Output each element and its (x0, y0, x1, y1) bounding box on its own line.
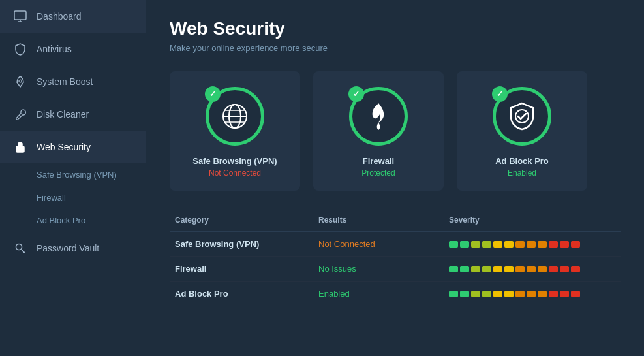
seg (504, 291, 514, 297)
page-title: Web Security (170, 18, 621, 39)
safe-browsing-circle: ✓ (206, 87, 264, 146)
seg (527, 291, 536, 297)
sidebar-item-antivirus-label: Antivirus (37, 44, 72, 54)
results-table: Category Results Severity Safe Browsing … (170, 212, 621, 306)
sidebar-sub-item-ad-block-pro[interactable]: Ad Block Pro (0, 209, 146, 232)
seg (482, 291, 491, 297)
sidebar-sub-item-safe-browsing[interactable]: Safe Browsing (VPN) (0, 163, 146, 186)
row3-result: Enabled (313, 282, 444, 306)
flame-icon (359, 97, 398, 136)
seg (460, 266, 469, 272)
seg (527, 241, 536, 248)
seg (493, 266, 502, 272)
sidebar: Dashboard Antivirus System Boost Disk Cl… (0, 0, 146, 356)
seg (471, 241, 480, 248)
page-subtitle: Make your online experience more secure (170, 43, 621, 53)
seg (493, 241, 502, 248)
sidebar-sub-label-ad-block-pro: Ad Block Pro (37, 216, 85, 225)
sidebar-item-system-boost[interactable]: System Boost (0, 65, 146, 98)
seg (515, 291, 525, 297)
ad-block-status: Enabled (508, 169, 536, 178)
firewall-check: ✓ (348, 86, 364, 102)
seg (460, 241, 469, 248)
seg (538, 241, 547, 248)
ad-block-circle: ✓ (493, 87, 551, 146)
seg (515, 266, 525, 272)
sidebar-item-password-vault-label: Password Vault (37, 243, 99, 253)
firewall-circle: ✓ (349, 87, 408, 146)
shield-check-icon (502, 97, 542, 136)
cards-row: ✓ Safe Browsing (VPN) Not Connected ✓ (170, 71, 621, 191)
safe-browsing-label: Safe Browsing (VPN) (192, 156, 277, 166)
seg (449, 291, 458, 297)
seg (549, 291, 558, 297)
severity-bar-1 (449, 241, 615, 248)
sidebar-sub-item-firewall[interactable]: Firewall (0, 186, 146, 209)
seg (571, 266, 580, 272)
seg (549, 241, 558, 248)
firewall-label: Firewall (363, 156, 394, 166)
row1-severity (444, 232, 621, 257)
seg (571, 241, 580, 248)
row3-category: Ad Block Pro (170, 282, 313, 306)
firewall-status: Protected (361, 169, 395, 178)
sidebar-item-password-vault[interactable]: Password Vault (0, 232, 146, 265)
row3-severity (444, 282, 621, 306)
row2-result: No Issues (313, 257, 444, 282)
seg (504, 266, 514, 272)
safe-browsing-check: ✓ (205, 86, 221, 102)
seg (538, 291, 547, 297)
monitor-icon (13, 9, 27, 24)
shield-icon (13, 42, 27, 56)
row2-severity (444, 257, 621, 282)
row2-category: Firewall (170, 257, 313, 282)
sidebar-sub-label-firewall: Firewall (37, 193, 66, 202)
sidebar-item-web-security[interactable]: Web Security (0, 131, 146, 163)
seg (449, 241, 458, 248)
severity-bar-3 (449, 291, 615, 297)
sidebar-item-web-security-label: Web Security (37, 142, 91, 152)
seg (538, 266, 547, 272)
ad-block-pro-card[interactable]: ✓ Ad Block Pro Enabled (457, 71, 587, 191)
table-row: Ad Block Pro Enabled (170, 282, 621, 306)
sidebar-item-dashboard[interactable]: Dashboard (0, 0, 146, 33)
col-results: Results (313, 212, 444, 232)
sidebar-item-disk-cleaner[interactable]: Disk Cleaner (0, 98, 146, 131)
sidebar-item-disk-cleaner-label: Disk Cleaner (37, 109, 89, 120)
svg-rect-2 (16, 146, 24, 152)
seg (504, 241, 514, 248)
row1-category: Safe Browsing (VPN) (170, 232, 313, 257)
row1-result: Not Connected (313, 232, 444, 257)
seg (560, 241, 569, 248)
sidebar-item-antivirus[interactable]: Antivirus (0, 33, 146, 65)
severity-bar-2 (449, 266, 615, 272)
seg (560, 266, 569, 272)
wrench-icon (13, 107, 27, 121)
seg (482, 241, 491, 248)
safe-browsing-card[interactable]: ✓ Safe Browsing (VPN) Not Connected (170, 71, 300, 191)
sidebar-item-system-boost-label: System Boost (37, 76, 93, 87)
table-row: Firewall No Issues (170, 257, 621, 282)
main-content: Web Security Make your online experience… (146, 0, 644, 356)
sidebar-sub-label-safe-browsing: Safe Browsing (VPN) (37, 170, 117, 180)
seg (471, 266, 480, 272)
seg (549, 266, 558, 272)
firewall-card[interactable]: ✓ Firewall Protected (313, 71, 444, 191)
seg (515, 241, 525, 248)
table-row: Safe Browsing (VPN) Not Connected (170, 232, 621, 257)
rocket-icon (13, 74, 27, 89)
ad-block-check: ✓ (492, 86, 508, 102)
seg (527, 266, 536, 272)
col-severity: Severity (444, 212, 621, 232)
seg (471, 291, 480, 297)
svg-point-3 (16, 244, 22, 250)
seg (449, 266, 458, 272)
seg (560, 291, 569, 297)
seg (482, 266, 491, 272)
col-category: Category (170, 212, 313, 232)
safe-browsing-status: Not Connected (209, 169, 261, 178)
svg-rect-0 (14, 11, 26, 20)
seg (460, 291, 469, 297)
svg-point-1 (19, 80, 22, 82)
ad-block-label: Ad Block Pro (495, 156, 549, 166)
